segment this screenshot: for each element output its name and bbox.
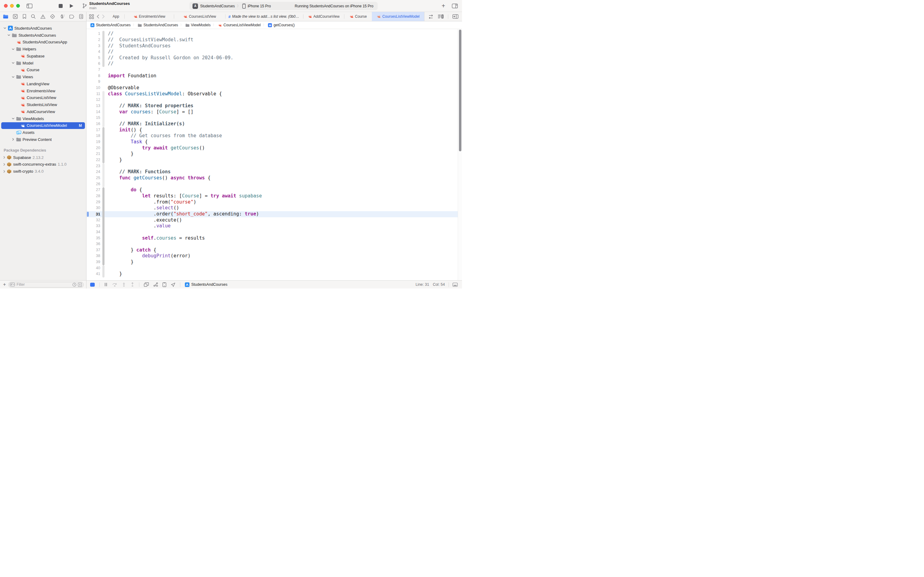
code-line-21[interactable]: }: [108, 151, 458, 157]
reports-icon[interactable]: [79, 14, 83, 19]
tab-courseslistviewmodel[interactable]: CoursesListViewModel: [372, 12, 424, 21]
sidebar-item-viewmodels[interactable]: ViewModels: [0, 115, 86, 122]
disclosure-right-icon[interactable]: [3, 170, 6, 173]
add-editor-icon[interactable]: [452, 15, 458, 19]
source-editor[interactable]: 1234567891011121314151617181920212223242…: [87, 29, 462, 280]
breadcrumb-item[interactable]: MgetCourses(): [268, 23, 295, 27]
navigate-forward-icon[interactable]: [102, 15, 105, 19]
toggle-debug-area-icon[interactable]: [452, 283, 458, 287]
breadcrumb-item[interactable]: StudentsAndCourses: [138, 23, 178, 27]
package-item-supabase[interactable]: Supabase2.13.2: [0, 154, 86, 161]
sidebar-item-course[interactable]: Course: [0, 67, 86, 74]
add-file-button[interactable]: +: [3, 282, 6, 287]
tab-addcourseview[interactable]: AddCourseView: [303, 12, 344, 21]
code-line-36[interactable]: [108, 241, 458, 247]
disclosure-right-icon[interactable]: [11, 138, 14, 141]
project-navigator-icon[interactable]: [3, 15, 8, 19]
step-over-icon[interactable]: [112, 282, 118, 287]
code-line-27[interactable]: do {: [108, 187, 458, 193]
toggle-right-sidebar-icon[interactable]: [452, 4, 458, 8]
sidebar-item-preview-content[interactable]: Preview Content: [0, 136, 86, 143]
breakpoints-icon[interactable]: [69, 15, 74, 19]
code-line-35[interactable]: self.courses = results: [108, 235, 458, 242]
sidebar-item-views[interactable]: Views: [0, 73, 86, 81]
code-line-3[interactable]: // StudentsAndCourses: [108, 43, 458, 49]
sidebar-item-studentsandcourses[interactable]: StudentsAndCourses: [0, 32, 86, 39]
sidebar-item-studentsandcoursesapp[interactable]: StudentsAndCoursesApp: [0, 39, 86, 46]
tab-enrolmentsview[interactable]: EnrolmentsView: [124, 12, 174, 21]
scheme-destination[interactable]: iPhone 15 Pro: [248, 4, 271, 8]
disclosure-down-icon[interactable]: [11, 76, 14, 79]
code-line-28[interactable]: let results: [Course] = try await supaba…: [108, 193, 458, 199]
code-line-19[interactable]: Task {: [108, 139, 458, 145]
code-line-2[interactable]: // CoursesListViewModel.swift: [108, 37, 458, 43]
code-line-11[interactable]: class CoursesListViewModel: Observable {: [108, 91, 458, 97]
debug-icon[interactable]: [60, 14, 65, 19]
code-line-24[interactable]: // MARK: Functions: [108, 169, 458, 175]
code-line-14[interactable]: var courses: [Course] = []: [108, 109, 458, 115]
tests-icon[interactable]: [50, 14, 55, 19]
tab-app[interactable]: App: [107, 12, 124, 21]
sidebar-item-studentslistview[interactable]: StudentsListView: [0, 101, 86, 108]
tab-courseslistview[interactable]: CoursesListView: [174, 12, 225, 21]
code-content[interactable]: //// CoursesListViewModel.swift// Studen…: [108, 31, 458, 277]
related-items-icon[interactable]: [89, 15, 94, 19]
adjust-editor-icon[interactable]: [428, 15, 434, 19]
code-line-40[interactable]: [108, 265, 458, 271]
minimap-icon[interactable]: [438, 15, 444, 19]
code-line-15[interactable]: [108, 115, 458, 121]
package-item-swift-concurrency-extras[interactable]: swift-concurrency-extras1.1.0: [0, 161, 86, 168]
code-line-5[interactable]: // Created by Russell Gordon on 2024-06-…: [108, 55, 458, 61]
code-line-33[interactable]: .value: [108, 223, 458, 229]
code-line-17[interactable]: init() {: [108, 127, 458, 133]
disclosure-down-icon[interactable]: [3, 27, 6, 30]
issues-icon[interactable]: [40, 15, 45, 19]
source-control-icon[interactable]: [13, 14, 18, 19]
code-line-7[interactable]: [108, 67, 458, 73]
filter-field[interactable]: Filter: [8, 282, 84, 288]
code-line-34[interactable]: [108, 229, 458, 235]
code-line-31[interactable]: .order("short_code", ascending: true): [108, 211, 458, 217]
simulators-icon[interactable]: [163, 282, 166, 287]
scheme-selector[interactable]: A StudentsAndCourses 〉 iPhone 15 Pro Run…: [190, 2, 378, 10]
code-line-29[interactable]: .from("course"): [108, 199, 458, 205]
code-line-8[interactable]: import Foundation: [108, 73, 458, 79]
navigate-back-icon[interactable]: [97, 15, 99, 19]
toggle-left-sidebar-icon[interactable]: [27, 4, 32, 8]
code-line-38[interactable]: debugPrint(error): [108, 253, 458, 259]
memory-graph-icon[interactable]: [153, 282, 158, 287]
running-app-indicator[interactable]: StudentsAndCourses: [185, 282, 227, 287]
add-button[interactable]: +: [441, 2, 445, 10]
code-line-20[interactable]: try await getCourses(): [108, 145, 458, 151]
disclosure-down-icon[interactable]: [11, 61, 14, 64]
code-line-1[interactable]: //: [108, 31, 458, 37]
disclosure-down-icon[interactable]: [11, 48, 14, 51]
code-line-41[interactable]: }: [108, 271, 458, 277]
pause-execution-icon[interactable]: [104, 282, 108, 287]
sidebar-item-supabase[interactable]: Supabase: [0, 53, 86, 60]
close-window-button[interactable]: [4, 4, 8, 8]
view-hierarchy-icon[interactable]: [144, 282, 149, 287]
code-line-13[interactable]: // MARK: Stored properties: [108, 103, 458, 109]
run-button[interactable]: [69, 4, 74, 8]
sidebar-item-landingview[interactable]: LandingView: [0, 81, 86, 87]
code-line-10[interactable]: @Observable: [108, 85, 458, 91]
tab-course[interactable]: Course: [344, 12, 372, 21]
sidebar-item-helpers[interactable]: Helpers: [0, 45, 86, 53]
sidebar-item-studentsandcourses[interactable]: StudentsAndCourses: [0, 25, 86, 32]
zoom-window-button[interactable]: [16, 4, 20, 8]
sidebar-item-courseslistview[interactable]: CoursesListView: [0, 94, 86, 102]
breadcrumb-item[interactable]: ViewModels: [185, 23, 211, 27]
step-out-icon[interactable]: [130, 282, 134, 287]
find-icon[interactable]: [31, 14, 36, 19]
code-line-26[interactable]: [108, 181, 458, 187]
disclosure-right-icon[interactable]: [3, 156, 6, 159]
sidebar-item-assets[interactable]: Assets: [0, 129, 86, 136]
package-item-swift-crypto[interactable]: swift-crypto3.4.0: [0, 168, 86, 175]
disclosure-down-icon[interactable]: [7, 34, 10, 37]
code-line-37[interactable]: } catch {: [108, 247, 458, 253]
breadcrumb-item[interactable]: StudentsAndCourses: [90, 23, 130, 27]
disclosure-down-icon[interactable]: [11, 117, 14, 120]
disclosure-right-icon[interactable]: [3, 163, 6, 166]
breadcrumb-item[interactable]: CoursesListViewModel: [218, 23, 261, 27]
